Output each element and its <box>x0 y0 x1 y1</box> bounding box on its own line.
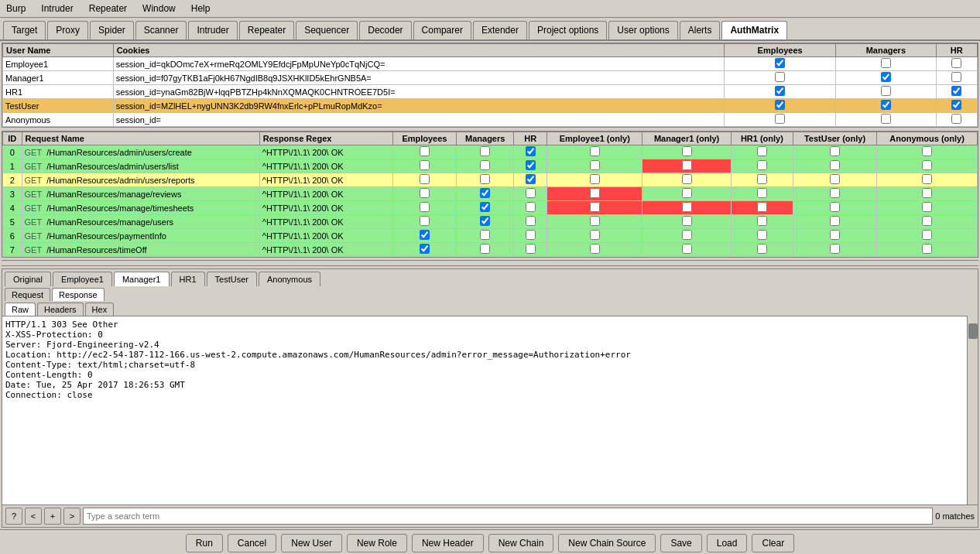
tab-intruder[interactable]: Intruder <box>188 21 237 39</box>
help-button[interactable]: ? <box>5 508 22 525</box>
req-checkbox[interactable] <box>830 230 840 240</box>
req-check-cell[interactable] <box>793 187 876 201</box>
req-check-cell[interactable] <box>392 145 456 159</box>
req-check-cell[interactable] <box>457 215 514 229</box>
req-checkbox[interactable] <box>420 160 430 170</box>
new-chain-button[interactable]: New Chain <box>488 534 554 552</box>
viewer-tab-manager1[interactable]: Manager1 <box>114 272 170 286</box>
req-check-cell[interactable] <box>457 159 514 173</box>
req-check-cell[interactable] <box>642 159 732 173</box>
req-checkbox[interactable] <box>420 216 430 226</box>
managers-cell[interactable] <box>836 113 936 127</box>
tab-spider[interactable]: Spider <box>90 21 134 39</box>
req-checkbox[interactable] <box>590 146 600 156</box>
req-check-cell[interactable] <box>642 243 732 257</box>
search-input[interactable] <box>83 508 933 525</box>
req-checkbox[interactable] <box>420 244 430 254</box>
req-check-cell[interactable] <box>642 145 732 159</box>
tab-comparer[interactable]: Comparer <box>413 21 471 39</box>
req-checkbox[interactable] <box>682 202 692 212</box>
viewer-tab-original[interactable]: Original <box>5 272 51 286</box>
request-table-row[interactable]: 4 GET/HumanResources/manage/timesheets ^… <box>3 201 978 215</box>
req-checkbox[interactable] <box>830 202 840 212</box>
tab-project-options[interactable]: Project options <box>529 21 607 39</box>
req-checkbox[interactable] <box>922 188 932 198</box>
req-check-cell[interactable] <box>793 173 876 187</box>
employees-checkbox[interactable] <box>775 58 785 68</box>
hr-checkbox[interactable] <box>951 72 961 82</box>
req-checkbox[interactable] <box>757 202 767 212</box>
req-checkbox[interactable] <box>526 146 536 156</box>
viewer-tab-anonymous[interactable]: Anonymous <box>259 272 320 286</box>
new-header-button[interactable]: New Header <box>412 534 484 552</box>
hr-checkbox[interactable] <box>951 114 961 124</box>
load-button[interactable]: Load <box>707 534 748 552</box>
req-check-cell[interactable] <box>457 145 514 159</box>
req-checkbox[interactable] <box>526 174 536 184</box>
save-button[interactable]: Save <box>660 534 701 552</box>
req-check-cell[interactable] <box>514 243 547 257</box>
separator[interactable] <box>2 260 978 266</box>
req-checkbox[interactable] <box>590 174 600 184</box>
req-checkbox[interactable] <box>922 146 932 156</box>
req-check-cell[interactable] <box>457 201 514 215</box>
managers-checkbox[interactable] <box>881 114 891 124</box>
req-check-cell[interactable] <box>547 145 642 159</box>
req-check-cell[interactable] <box>457 187 514 201</box>
next-button[interactable]: > <box>63 508 81 525</box>
user-table-row[interactable]: HR1 session_id=ynaGm82BjW+lqqPBTZHp4kNnX… <box>3 85 978 99</box>
next-button-plus[interactable]: + <box>44 508 61 525</box>
req-check-cell[interactable] <box>392 187 456 201</box>
req-checkbox[interactable] <box>682 230 692 240</box>
response-body[interactable]: HTTP/1.1 303 See Other X-XSS-Protection:… <box>2 316 967 504</box>
menu-repeater[interactable]: Repeater <box>86 2 130 15</box>
user-table-row[interactable]: Manager1 session_id=f07gyTKB1aFj0kH67Ngd… <box>3 71 978 85</box>
req-check-cell[interactable] <box>392 159 456 173</box>
req-check-cell[interactable] <box>877 201 978 215</box>
tab-authmatrix[interactable]: AuthMatrix <box>721 21 787 39</box>
req-checkbox[interactable] <box>922 160 932 170</box>
req-checkbox[interactable] <box>830 188 840 198</box>
req-checkbox[interactable] <box>922 244 932 254</box>
prev-button[interactable]: < <box>25 508 42 525</box>
managers-cell[interactable] <box>836 99 936 113</box>
req-check-cell[interactable] <box>547 243 642 257</box>
request-table-row[interactable]: 2 GET/HumanResources/admin/users/reports… <box>3 173 978 187</box>
req-check-cell[interactable] <box>514 173 547 187</box>
req-checkbox[interactable] <box>526 160 536 170</box>
req-check-cell[interactable] <box>793 201 876 215</box>
hr-cell[interactable] <box>936 113 977 127</box>
managers-checkbox[interactable] <box>881 86 891 96</box>
req-checkbox[interactable] <box>590 244 600 254</box>
req-check-cell[interactable] <box>547 159 642 173</box>
req-checkbox[interactable] <box>682 188 692 198</box>
menu-window[interactable]: Window <box>139 2 179 15</box>
hr-cell[interactable] <box>936 85 977 99</box>
req-checkbox[interactable] <box>830 244 840 254</box>
req-checkbox[interactable] <box>420 174 430 184</box>
hr-checkbox[interactable] <box>951 100 961 110</box>
tab-sequencer[interactable]: Sequencer <box>296 21 358 39</box>
req-check-cell[interactable] <box>793 215 876 229</box>
req-check-cell[interactable] <box>877 145 978 159</box>
req-check-cell[interactable] <box>731 243 793 257</box>
managers-cell[interactable] <box>836 85 936 99</box>
req-checkbox[interactable] <box>526 188 536 198</box>
user-table-row[interactable]: Anonymous session_id= <box>3 113 978 127</box>
hr-checkbox[interactable] <box>951 58 961 68</box>
req-checkbox[interactable] <box>757 174 767 184</box>
req-check-cell[interactable] <box>392 215 456 229</box>
hr-cell[interactable] <box>936 71 977 85</box>
req-resp-tab-request[interactable]: Request <box>5 288 50 301</box>
request-table-row[interactable]: 7 GET/HumanResources/timeOff ^HTTP\/1\.1… <box>3 243 978 257</box>
req-checkbox[interactable] <box>420 230 430 240</box>
employees-cell[interactable] <box>725 99 836 113</box>
new-chain-source-button[interactable]: New Chain Source <box>558 534 656 552</box>
req-checkbox[interactable] <box>682 174 692 184</box>
req-check-cell[interactable] <box>457 173 514 187</box>
req-check-cell[interactable] <box>514 187 547 201</box>
req-check-cell[interactable] <box>793 229 876 243</box>
req-check-cell[interactable] <box>877 173 978 187</box>
run-button[interactable]: Run <box>186 534 223 552</box>
req-checkbox[interactable] <box>480 230 490 240</box>
